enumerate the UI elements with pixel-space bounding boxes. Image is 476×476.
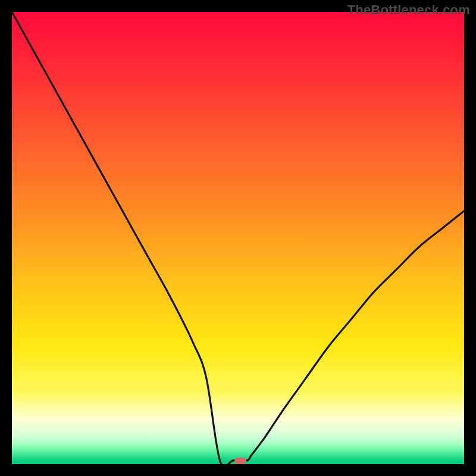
plot-area [12, 12, 464, 464]
optimal-point-marker [234, 458, 246, 464]
watermark-text: TheBottleneck.com [347, 2, 470, 18]
bottleneck-curve [12, 12, 464, 464]
chart-stage: TheBottleneck.com [0, 0, 476, 476]
